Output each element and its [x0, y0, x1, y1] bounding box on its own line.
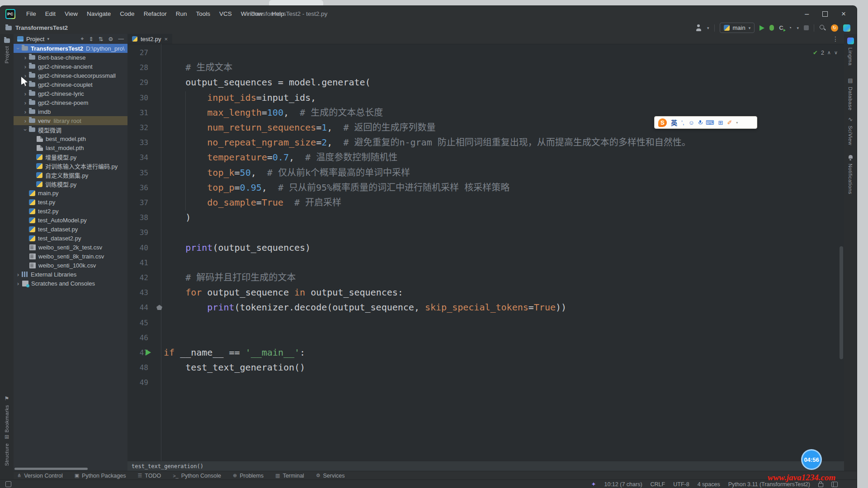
tool-window-python-console[interactable]: >_Python Console	[173, 473, 221, 479]
line-number-41[interactable]: 41	[127, 255, 148, 270]
line-number-31[interactable]: 31	[127, 105, 148, 120]
chevron-closed-icon[interactable]: ›	[14, 272, 22, 277]
line-number-27[interactable]: 27	[127, 45, 148, 60]
tree-item-weibo-senti-8k-train-csv[interactable]: weibo_senti_8k_train.csv	[14, 252, 127, 261]
line-number-35[interactable]: 35	[127, 165, 148, 180]
chevron-closed-icon[interactable]: ›	[22, 100, 29, 106]
tree-item-test2-py[interactable]: test2.py	[14, 206, 127, 216]
chevron-closed-icon[interactable]: ›	[22, 64, 29, 70]
tree-item-gpt2-chinese-poem[interactable]: ›gpt2-chinese-poem	[14, 98, 127, 107]
tool-window-terminal[interactable]: ▥Terminal	[275, 473, 304, 479]
next-problem-icon[interactable]: ∨	[834, 50, 838, 56]
close-tab-icon[interactable]: ×	[165, 36, 168, 42]
line-number-38[interactable]: 38	[127, 210, 148, 225]
coverage-button[interactable]: C	[779, 24, 783, 31]
search-everywhere-icon[interactable]	[819, 24, 826, 31]
code-line-38[interactable]: )	[164, 210, 191, 225]
tab-test2py[interactable]: test2.py ×	[127, 34, 172, 44]
stop-button[interactable]	[804, 25, 809, 30]
menu-item-refactor[interactable]: Refactor	[139, 10, 171, 17]
line-number-43[interactable]: 43	[127, 285, 148, 300]
line-number-40[interactable]: 40	[127, 240, 148, 255]
tool-window-version-control[interactable]: ⋔Version Control	[17, 473, 63, 479]
line-number-33[interactable]: 33	[127, 135, 148, 150]
menu-item-vcs[interactable]: VCS	[215, 10, 236, 17]
tree-item-transformerstest2[interactable]: ›TransformersTest2D:\python_pro\	[14, 44, 127, 53]
caret-position[interactable]: 10:12 (7 chars)	[604, 481, 642, 488]
sidebar-item-database[interactable]: ▤Database	[844, 77, 857, 110]
line-number-39[interactable]: 39	[127, 225, 148, 240]
collapse-all-icon[interactable]: ⇅	[99, 36, 103, 42]
mic-icon[interactable]	[698, 120, 702, 125]
sidebar-item-project[interactable]: Project	[0, 38, 14, 64]
tree-item-test-dataset2-py[interactable]: test_dataset2.py	[14, 234, 127, 243]
tool-window-problems[interactable]: ⊕Problems	[233, 473, 264, 479]
line-number-45[interactable]: 45	[127, 315, 148, 330]
line-number-29[interactable]: 29	[127, 75, 148, 90]
run-line-icon[interactable]	[146, 349, 151, 356]
code-line-47[interactable]: if __name__ == '__main__':	[164, 345, 305, 360]
chevron-down-icon[interactable]: ▾	[797, 26, 799, 30]
run-button[interactable]	[760, 25, 764, 31]
tree-item-py[interactable]: 训练模型.py	[14, 179, 127, 188]
tree-item-test-automodel-py[interactable]: test_AutoModel.py	[14, 216, 127, 225]
chevron-closed-icon[interactable]: ›	[22, 118, 29, 124]
file-encoding[interactable]: UTF-8	[673, 481, 689, 488]
tree-item-gpt2-chinese-lyric[interactable]: ›gpt2-chinese-lyric	[14, 89, 127, 98]
prev-problem-icon[interactable]: ∧	[827, 50, 831, 56]
user-icon[interactable]	[695, 24, 702, 31]
indent-setting[interactable]: 4 spaces	[698, 481, 720, 488]
line-number-42[interactable]: 42	[127, 270, 148, 285]
timer-badge[interactable]: 04:56	[801, 449, 822, 470]
chevron-closed-icon[interactable]: ›	[22, 55, 29, 61]
pycharm-logo-icon[interactable]: PC	[5, 9, 15, 19]
sogou-logo-icon[interactable]: S	[658, 118, 667, 127]
code-line-35[interactable]: top_k=50, # 仅从前k个概率最高的单词中采样	[164, 165, 410, 180]
line-number-30[interactable]: 30	[127, 90, 148, 105]
code-line-29[interactable]: output_sequences = model.generate(	[164, 75, 371, 90]
chevron-closed-icon[interactable]: ›	[14, 281, 22, 286]
chevron-closed-icon[interactable]: ›	[22, 109, 29, 115]
lock-icon[interactable]	[818, 483, 823, 487]
chevron-down-icon[interactable]: ▾	[736, 121, 738, 125]
code-line-44[interactable]: print(tokenizer.decode(output_sequence, …	[164, 300, 566, 315]
chevron-closed-icon[interactable]: ›	[22, 91, 29, 97]
quote-icon[interactable]: ’,	[681, 120, 684, 126]
code-line-37[interactable]: do_sample=True # 开启采样	[164, 195, 341, 210]
debug-button[interactable]	[769, 25, 774, 31]
ime-language-mode[interactable]: 英	[671, 118, 677, 127]
code-line-42[interactable]: # 解码并且打印生成的文本	[164, 270, 296, 285]
line-ending[interactable]: CRLF	[651, 481, 665, 488]
tree-item-bert-base-chinese[interactable]: ›Bert-base-chinese	[14, 53, 127, 62]
maximize-button[interactable]	[822, 11, 828, 17]
tree-item-venv[interactable]: ›venvlibrary root	[14, 116, 127, 125]
tree-item-last-model-pth[interactable]: last_model.pth	[14, 143, 127, 152]
tree-item-py[interactable]: 对训练输入文本进行编码.py	[14, 161, 127, 170]
tool-windows-icon[interactable]	[5, 481, 11, 487]
tree-item-py[interactable]: 增量模型.py	[14, 152, 127, 161]
code-line-33[interactable]: no_repeat_ngram_size=2, # 避免重复的n-gram 防止…	[164, 135, 691, 150]
run-config-selector[interactable]: main ▾	[720, 23, 755, 33]
emoji-icon[interactable]: ☺	[689, 120, 694, 126]
tree-item-main-py[interactable]: main.py	[14, 188, 127, 197]
gutter-mark-icon[interactable]	[156, 305, 162, 310]
sidebar-item-notifications[interactable]: Notifications	[844, 155, 857, 194]
menu-item-code[interactable]: Code	[115, 10, 139, 17]
tree-item-imdb[interactable]: ›imdb	[14, 107, 127, 116]
tree-item-external-libraries[interactable]: ›External Libraries	[14, 270, 127, 279]
tree-item-item[interactable]: ›模型微调	[14, 125, 127, 134]
tool-window-services[interactable]: ⚙Services	[316, 473, 345, 479]
code-line-48[interactable]: test_text_generation()	[164, 360, 305, 375]
ai-assistant-icon[interactable]: ✦	[591, 481, 596, 488]
sidebar-item-bookmarks[interactable]: ⚑ Bookmarks	[0, 395, 14, 432]
assistant-icon[interactable]	[843, 24, 850, 32]
chevron-open-icon[interactable]: ›	[23, 126, 28, 133]
sidebar-item-lingma[interactable]: Lingma	[844, 38, 857, 66]
line-number-46[interactable]: 46	[127, 330, 148, 345]
tree-item-gpt2-chinese-couplet[interactable]: ›gpt2-chinese-couplet	[14, 80, 127, 89]
chevron-open-icon[interactable]: ›	[15, 45, 21, 52]
hide-panel-icon[interactable]: —	[118, 36, 124, 42]
tool-window-python-packages[interactable]: ▣Python Packages	[75, 473, 126, 479]
line-number-37[interactable]: 37	[127, 195, 148, 210]
minimize-button[interactable]: –	[805, 12, 809, 16]
